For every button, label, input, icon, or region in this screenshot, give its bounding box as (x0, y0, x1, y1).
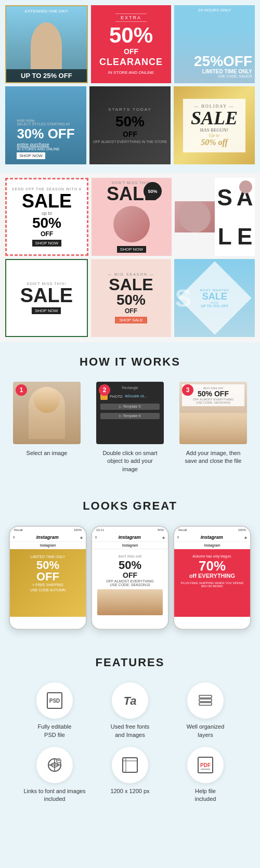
phone-1-logo: Instagram (15, 535, 80, 540)
phone-1-off: OFF (15, 571, 81, 582)
b10-sale: SALE (20, 286, 73, 305)
phone-1: Recall100% ≡ Instagram ⊕ Instagram LIMIT… (9, 526, 87, 630)
b7-off: OFF (12, 230, 82, 238)
b2-off: OFF (124, 47, 138, 56)
size-icon (121, 756, 139, 774)
banner-section-2: SEND OFF THE SEASON WITH A SALE up to 50… (0, 173, 260, 342)
b10-inner: DON'T MISS THIS! SALE SHOP NOW (20, 282, 73, 314)
b11-pct: 50% (108, 293, 154, 307)
banner-item-1: EXTENDED ONE DAY! UP TO 25% OFF (5, 5, 88, 83)
phone-3-ig-row: Instagram (174, 542, 250, 549)
phone-3-appbar: ≡ Instagram ⊕ (174, 533, 250, 542)
b1-top-text: EXTENDED ONE DAY! (9, 9, 84, 14)
svg-rect-3 (199, 695, 212, 698)
banner-item-7: SEND OFF THE SEASON WITH A SALE up to 50… (5, 178, 88, 256)
feature-pdf-icon-circle: PDF (187, 747, 224, 783)
feature-size-label: 1200 x 1200 px (110, 787, 149, 795)
phone-3-line1: Autumn has only begun. (179, 554, 245, 558)
feature-layers-label: Well organizedlayers (187, 723, 225, 739)
phone-1-frame: Recall100% ≡ Instagram ⊕ Instagram LIMIT… (9, 526, 87, 630)
banner-row-1: EXTENDED ONE DAY! UP TO 25% OFF EXTRA 50… (5, 5, 255, 83)
phone-3-pct: 70% (179, 559, 245, 573)
b5-starts: STARTS TODAY (108, 107, 152, 112)
feature-psd-icon-circle: PSD (36, 682, 73, 719)
b10-shop[interactable]: SHOP NOW (32, 307, 61, 314)
phone-1-status: Recall100% (10, 527, 86, 533)
pdf-icon: PDF (196, 756, 215, 774)
b8-photo (113, 206, 150, 242)
steps-row: 1 Select an image 2 Rectangle PHOTO ⊕Dou… (8, 382, 252, 473)
phone-3-status: Recall100% (174, 527, 250, 533)
phone-2-ig-row: Instagram (92, 542, 168, 549)
b3-pct: 25%OFF (194, 54, 252, 69)
phone-2-frame: 10:1150% ≡ Instagram ⊕ Instagram don't m… (91, 526, 169, 630)
banner-row-2: ends today SELECT STYLES STARTING AT 30%… (5, 86, 255, 164)
feature-psd: PSD Fully editablePSD file (21, 682, 88, 739)
phone-3: Recall100% ≡ Instagram ⊕ Instagram Autum… (173, 526, 251, 630)
b8-badge: 50% (144, 182, 162, 200)
step-1-badge: 1 (16, 384, 27, 396)
b7-pct: 50% (12, 216, 82, 230)
b11-sale: SALE (108, 276, 154, 293)
b1-bottom-text: UP TO 25% OFF (6, 69, 87, 82)
step-2-image: 2 Rectangle PHOTO ⊕Double cli... ▷ Templ… (96, 382, 164, 444)
features-grid: PSD Fully editablePSD file Ta Used free … (8, 682, 252, 804)
b7-sale: SALE (12, 192, 82, 211)
phone-2-pct: 50% (97, 560, 163, 571)
step-2-badge: 2 (99, 384, 110, 396)
b12-sa-overlay: SALE (174, 259, 255, 337)
b5-off: OFF (123, 130, 137, 138)
step-1: 1 Select an image (8, 382, 86, 473)
phone-3-logo: Instagram (179, 535, 244, 540)
banner-item-2: EXTRA 50% OFF CLEARANCE IN STORE AND ONL… (91, 5, 172, 83)
b6-sale-big: SALE (191, 109, 238, 127)
ta-icon: Ta (121, 691, 139, 710)
looks-great-section: LOOKS GREAT Recall100% ≡ Instagram ⊕ Ins… (0, 486, 260, 643)
b9-a: A (235, 178, 255, 217)
banner-item-11: — MID SEASON — SALE 50% OFF SHOP SALE (91, 259, 172, 337)
banner-item-6: — HOLIDAY — SALE HAS BEGUN! Up to 50% of… (174, 86, 255, 164)
step-2-label: Double click on smart object to add your… (99, 449, 161, 473)
feature-psd-label: Fully editablePSD file (38, 723, 72, 739)
phones-row: Recall100% ≡ Instagram ⊕ Instagram LIMIT… (8, 526, 252, 630)
banner-row-4: DON'T MISS THIS! SALE SHOP NOW — MID SEA… (5, 259, 255, 337)
svg-rect-5 (199, 703, 212, 705)
phone-3-frame: Recall100% ≡ Instagram ⊕ Instagram Autum… (173, 526, 251, 630)
b5-pct: 50% (115, 113, 145, 130)
b4-sub: IN STORES AND ONLINE (17, 147, 74, 151)
b7-shop[interactable]: SHOP NOW (32, 240, 61, 247)
phone-2-extra: OFF ALMOST EVERYTHING (97, 579, 163, 583)
banner-item-8: DON'T MISS THIS! SALE 50% SHOP NOW (92, 178, 172, 256)
b4-shop[interactable]: SHOP NOW (17, 152, 45, 159)
phone-2-off: OFF (97, 571, 163, 579)
b8-shop[interactable]: SHOP NOW (117, 246, 146, 253)
phone-1-appbar: ≡ Instagram ⊕ (10, 533, 86, 542)
b4-label: entire purchase (17, 142, 74, 147)
feature-pdf: PDF Help fileincluded (172, 747, 239, 804)
step-3-image: 3 don't miss out! 50% OFF OFF ALMOST EVE… (179, 382, 247, 444)
phone-2-appbar: ≡ Instagram ⊕ (92, 533, 168, 542)
feature-fonts-icon-circle: Ta (112, 682, 148, 719)
looks-great-title: LOOKS GREAT (8, 499, 252, 513)
banner-item-9: S A L E (175, 178, 255, 256)
b3-off: LIMITED TIME ONLY (194, 69, 252, 74)
svg-text:PSD: PSD (49, 698, 60, 704)
phone-2-status: 10:1150% (92, 527, 168, 533)
step-3-label: Add your image, then save and close the … (182, 449, 244, 465)
feature-fonts-label: Used free fontsand Images (111, 723, 150, 739)
feature-layers: Well organizedlayers (172, 682, 239, 739)
svg-rect-4 (199, 699, 212, 702)
step-3-badge: 3 (182, 384, 193, 396)
phone-3-extra: PLUS FREE SHIPPING WHEN YOU SPEND $50 OR… (179, 581, 245, 588)
banner-item-4: ends today SELECT STYLES STARTING AT 30%… (5, 86, 86, 164)
b9-circle (179, 201, 211, 232)
b6-upto: Up to (191, 133, 238, 138)
how-it-works-section: HOW IT WORKS 1 Select an image 2 Rectang… (0, 342, 260, 486)
how-it-works-title: HOW IT WORKS (8, 355, 252, 369)
banner-item-3: 24 HOURS ONLY 25%OFF LIMITED TIME ONLY U… (174, 5, 255, 83)
b11-shop[interactable]: SHOP SALE (115, 317, 147, 323)
feature-fonts: Ta Used free fontsand Images (96, 682, 164, 739)
phone-1-code: USE CODE AUTUMN (15, 588, 81, 593)
phone-1-ig-row: Instagram (10, 542, 86, 549)
b5-sub: OFF ALMOST EVERYTHING IN THE STORE (93, 140, 167, 144)
